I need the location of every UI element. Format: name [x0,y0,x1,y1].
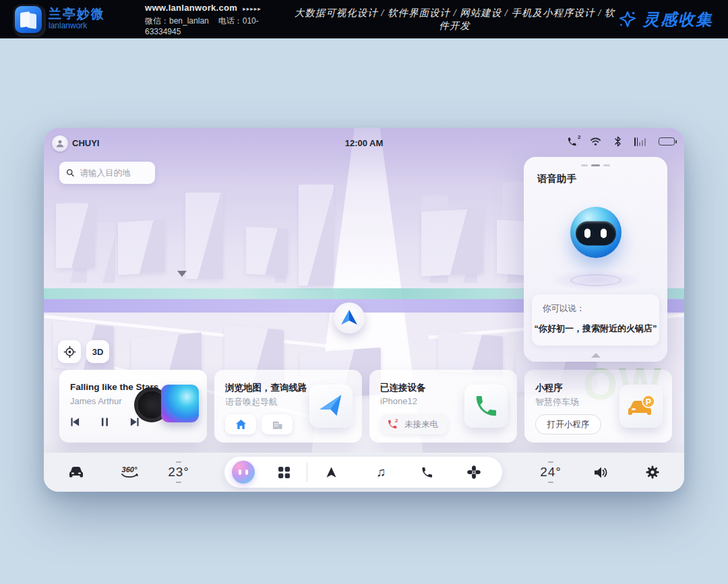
brand-wechat: 微信：ben_lanlan [145,16,209,26]
brand-services: 大数据可视化设计 / 软件界面设计 / 网站建设 / 手机及小程序设计 / 软件… [292,7,617,32]
search-icon [66,168,74,178]
navigation-title: 浏览地图，查询线路 [225,382,307,394]
locate-button[interactable] [58,340,81,363]
open-miniprogram-button[interactable]: 打开小程序 [535,414,601,434]
next-track-button[interactable] [129,417,140,427]
car-icon [68,465,84,479]
assistant-title: 语音助手 [537,172,576,185]
connected-device-card[interactable]: 已连接设备 iPhone12 2 未接来电 [369,370,517,443]
robot-face [576,221,616,245]
speaker-icon [594,466,609,479]
panel-handle-icon [524,164,667,166]
status-bar: CHUYI 12:00 AM 2 [44,128,684,155]
nav-cursor-icon [325,466,338,479]
pill-divider [307,463,307,482]
navigation-app-button[interactable] [320,457,342,488]
svg-text:P: P [646,397,651,407]
surround-view-button[interactable]: 360° [115,453,144,492]
fan-icon [467,465,481,479]
signal-bars-icon [634,137,646,146]
gear-icon [646,465,659,479]
locate-icon [63,346,76,358]
miniprogram-subtitle: 智慧停车场 [535,396,579,408]
website-arrows-icon: ▸▸▸▸▸ [243,5,262,12]
phone-app-icon [421,466,433,479]
destination-search[interactable] [59,162,155,184]
map-3d-toggle-button[interactable]: 3D [86,340,109,363]
app-grid-icon [278,466,291,479]
temp-up-icon[interactable] [548,461,553,463]
navigation-subtitle: 语音唤起导航 [225,396,278,408]
navigation-tile[interactable] [309,385,353,428]
miniprogram-title: 小程序 [535,382,563,394]
book-logo-icon [15,6,42,33]
miniprogram-card[interactable]: 小程序 智慧停车场 打开小程序 P [524,370,672,443]
brand-title: 兰亭妙微 [49,7,105,22]
assistant-hint-card: 你可以说： “你好初一，搜索附近的火锅店” [532,294,659,346]
song-title: Falling like the Stars [70,382,158,392]
paper-plane-icon [316,392,346,420]
missed-call-badge: 2 [578,134,580,140]
volume-button[interactable] [588,453,614,492]
missed-call-label: 未接来电 [404,419,438,430]
assistant-robot-avatar[interactable] [570,207,621,258]
phone-app-button[interactable] [416,457,437,488]
brand-website[interactable]: www.lanlanwork.com [145,3,237,13]
assistant-orb-button[interactable] [232,461,255,484]
temp-down-icon[interactable] [548,482,553,483]
collect-button[interactable]: 灵感收集 [617,9,713,30]
music-card[interactable]: Falling like the Stars James Arthur [59,370,207,443]
passenger-temp-value: 24° [540,465,562,480]
parking-tile[interactable]: P [619,385,663,428]
voice-assistant-panel[interactable]: 语音助手 你可以说： “你好初一，搜索附近的火锅店” [524,157,667,362]
missed-call-status-icon[interactable]: 2 [567,137,577,147]
pause-button[interactable] [100,417,109,427]
app-grid-button[interactable] [273,457,295,488]
battery-icon [659,137,675,145]
temp-up-icon[interactable] [176,461,181,463]
company-shortcut-button[interactable] [262,414,293,434]
phone-icon [473,393,499,419]
brand-subtitle: lanlanwork [49,22,105,30]
driver-temperature-control[interactable]: 23° [162,453,195,492]
phone-tile[interactable] [464,385,508,428]
home-icon [235,419,247,430]
dock-bar: 360° 23° [44,453,684,492]
assistant-hint-label: 你可以说： [543,303,585,315]
navigation-arrow-icon [338,307,361,329]
dock-app-pill: ♫ [224,457,502,488]
device-title: 已连接设备 [380,382,426,394]
missed-call-count: 2 [395,418,398,424]
car-settings-button[interactable] [63,453,90,492]
parking-car-icon: P [626,393,656,420]
music-app-button[interactable]: ♫ [370,457,392,488]
wifi-icon[interactable] [590,137,601,146]
search-input[interactable] [80,168,148,178]
music-note-icon: ♫ [376,465,386,480]
temp-down-icon[interactable] [176,482,181,483]
settings-button[interactable] [640,453,665,492]
chevron-up-icon[interactable] [591,353,601,358]
passenger-temperature-control[interactable]: 24° [535,453,567,492]
brand-logo[interactable]: 兰亭妙微 lanlanwork [15,6,140,33]
bluetooth-icon[interactable] [614,136,621,147]
device-name: iPhone12 [380,396,417,406]
navigation-card[interactable]: 浏览地图，查询线路 语音唤起导航 [214,370,362,443]
collect-label: 灵感收集 [643,9,713,30]
song-artist: James Arthur [70,396,122,406]
previous-track-button[interactable] [70,417,80,427]
driver-temp-value: 23° [168,465,189,480]
sparkle-icon [617,9,638,30]
car-screen: OW CHUYI 12:00 AM 2 [44,128,684,492]
assistant-hint-quote: “你好初一，搜索附近的火锅店” [532,323,659,335]
map-poi-marker[interactable] [177,271,187,277]
album-art [161,385,199,422]
climate-app-button[interactable] [463,457,485,488]
home-shortcut-button[interactable] [225,414,256,434]
brand-bar: 兰亭妙微 lanlanwork www.lanlanwork.com▸▸▸▸▸ … [0,0,728,38]
surround-arc-icon [121,474,138,479]
missed-call-button[interactable]: 2 未接来电 [380,414,448,434]
current-position-marker [334,302,365,333]
office-building-icon [272,419,283,430]
brand-contact: www.lanlanwork.com▸▸▸▸▸ 微信：ben_lanlan电话：… [145,3,292,36]
